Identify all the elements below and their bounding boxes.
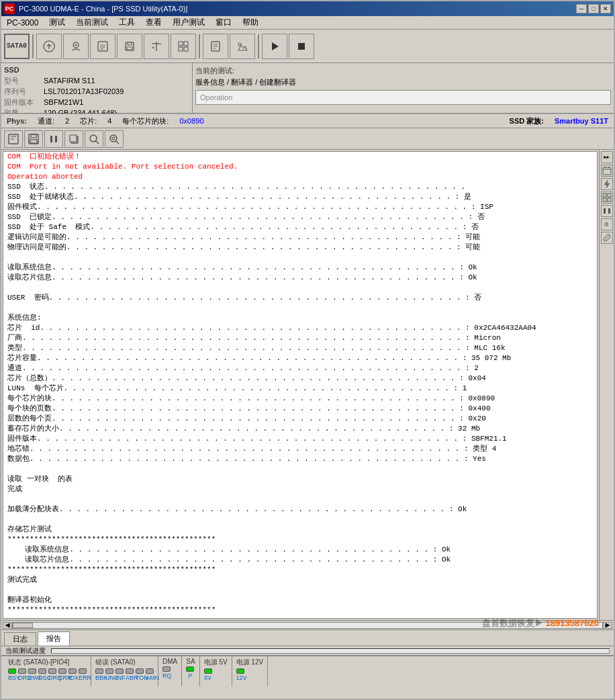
ssd-firmware-value: SBFM21W1 xyxy=(44,97,83,107)
sub-btn-copy[interactable] xyxy=(64,130,83,148)
status-error-leds xyxy=(95,668,154,674)
rs-btn-grid[interactable] xyxy=(601,191,613,204)
ssd-type-value: SATAFIRM S11 xyxy=(44,75,95,86)
tab-report[interactable]: 报告 xyxy=(38,631,70,646)
ssd-serial-row: 序列号 LSL7012017A13F02039 xyxy=(4,86,189,97)
svg-rect-30 xyxy=(604,208,606,214)
svg-rect-9 xyxy=(184,47,188,51)
sub-btn-new[interactable] xyxy=(4,130,23,148)
phys-family-value: Smartbuy S11T xyxy=(555,117,608,125)
output-wrapper: 已选家族. . . . . . . . . . . . . . . . . . … xyxy=(1,150,614,629)
output-row: 已选家族. . . . . . . . . . . . . . . . . . … xyxy=(1,150,614,620)
ssd-header: SSD xyxy=(4,66,189,74)
output-line xyxy=(7,515,593,525)
scroll-left-btn[interactable]: ◀ xyxy=(3,622,12,629)
status-section-sata: 状态 (SATA0)-[PIO4] BSY DRD D xyxy=(4,656,91,687)
scrollbar-thumb[interactable] xyxy=(13,623,33,628)
rs-btn-wrench[interactable] xyxy=(601,232,613,244)
phys-chips-value: 4 xyxy=(107,117,111,125)
toolbar-btn-6[interactable] xyxy=(171,34,196,59)
menu-view[interactable]: 查看 xyxy=(140,15,167,30)
toolbar-btn-3[interactable] xyxy=(90,34,115,59)
label-drq: DRQ xyxy=(48,674,56,681)
sub-btn-save[interactable] xyxy=(24,130,43,148)
status-sa-label: SA xyxy=(186,658,195,665)
sub-btn-pause[interactable] xyxy=(44,130,63,148)
menu-user-test[interactable]: 用户测试 xyxy=(167,15,210,30)
title-bar-controls: ─ □ ✕ xyxy=(576,4,611,13)
ssd-serial-label: 序列号 xyxy=(4,86,41,97)
output-line: 存储芯片测试 xyxy=(7,525,593,535)
menu-tools[interactable]: 工具 xyxy=(113,15,140,30)
output-line: 每个块的页数. . . . . . . . . . . . . . . . . … xyxy=(7,404,593,414)
output-line: 地芯错. . . . . . . . . . . . . . . . . . .… xyxy=(7,444,593,454)
led-rq xyxy=(162,666,171,672)
menu-test[interactable]: 测试 xyxy=(44,15,70,30)
menu-window[interactable]: 窗口 xyxy=(210,15,237,30)
rs-btn-settings[interactable]: ⚙ xyxy=(601,218,613,230)
ssd-firmware-label: 固件版本 xyxy=(4,97,41,107)
output-line: ****************************************… xyxy=(7,565,593,575)
output-line: 逻辑访问是可能的. . . . . . . . . . . . . . . . … xyxy=(7,232,593,243)
output-line: 完成 xyxy=(7,484,593,494)
output-line: Operation aborted xyxy=(7,172,593,182)
status-error-labels: BBK UNC INF ABR TON AMN xyxy=(95,674,154,681)
rs-btn-calendar[interactable] xyxy=(601,165,613,177)
scrollbar-track[interactable] xyxy=(12,622,603,629)
svg-point-22 xyxy=(90,135,97,142)
phys-channel-label: 通道: xyxy=(38,116,54,126)
output-area[interactable]: 已选家族. . . . . . . . . . . . . . . . . . … xyxy=(3,151,598,619)
menu-current-test[interactable]: 当前测试 xyxy=(70,15,113,30)
output-line: LUNs 每个芯片. . . . . . . . . . . . . . . .… xyxy=(7,384,593,394)
phys-channel-value: 2 xyxy=(65,117,69,125)
output-line: 芯片（总数）. . . . . . . . . . . . . . . . . … xyxy=(7,374,593,384)
menu-pc3000[interactable]: PC-3000 xyxy=(1,17,44,29)
toolbar: SATA0 xyxy=(1,30,614,63)
maximize-button[interactable]: □ xyxy=(588,4,599,13)
ssd-info-table: 型号 SATAFIRM S11 序列号 LSL7012017A13F02039 … xyxy=(4,75,189,118)
toolbar-btn-1[interactable] xyxy=(36,34,62,59)
progress-bar-area: 当前测试进度 xyxy=(1,646,614,655)
output-line xyxy=(7,464,593,474)
svg-marker-12 xyxy=(272,42,279,50)
status-dma-labels: RQ xyxy=(162,672,171,679)
toolbar-btn-4[interactable] xyxy=(117,34,142,59)
label-dsc: DSC xyxy=(38,674,46,681)
output-line: ****************************************… xyxy=(7,605,593,615)
current-test-breadcrumb: 服务信息 / 翻译器 / 创建翻译器 xyxy=(195,77,611,87)
toolbar-btn-8[interactable] xyxy=(230,34,255,59)
sub-btn-search[interactable] xyxy=(85,130,103,148)
toolbar-stop-btn[interactable] xyxy=(289,34,314,59)
status-12v-labels: 12V xyxy=(236,674,244,681)
sub-btn-filter[interactable] xyxy=(105,130,124,148)
output-line: USER 密码. . . . . . . . . . . . . . . . .… xyxy=(7,293,593,303)
minimize-button[interactable]: ─ xyxy=(576,4,587,13)
status-section-error: 错误 (SATA0) BBK UNC INF ABR TO xyxy=(91,656,158,687)
led-inf xyxy=(115,668,124,674)
output-line: ****************************************… xyxy=(7,535,593,545)
output-line: 物理访问是可能的. . . . . . . . . . . . . . . . … xyxy=(7,243,593,253)
label-err: ERR xyxy=(79,674,87,681)
horizontal-scrollbar[interactable]: ◀ ▶ xyxy=(1,620,614,629)
content-area: SSD 型号 SATAFIRM S11 序列号 LSL7012017A13F02… xyxy=(1,63,614,699)
svg-rect-21 xyxy=(70,135,77,142)
rs-btn-lightning[interactable] xyxy=(601,178,613,190)
close-button[interactable]: ✕ xyxy=(600,4,611,13)
toolbar-btn-5[interactable] xyxy=(144,34,169,59)
status-error-label: 错误 (SATA0) xyxy=(95,658,136,667)
toolbar-play-btn[interactable] xyxy=(262,34,287,59)
top-panels: SSD 型号 SATAFIRM S11 序列号 LSL7012017A13F02… xyxy=(1,63,614,114)
label-abr: ABR xyxy=(126,674,134,681)
status-section-5v: 电源 5V 5V xyxy=(200,656,232,687)
toolbar-btn-7[interactable] xyxy=(203,34,228,59)
progress-track xyxy=(51,648,610,654)
rs-btn-pause2[interactable] xyxy=(601,205,613,217)
led-ton xyxy=(136,668,144,674)
label-inf: INF xyxy=(115,674,124,681)
rs-btn-1[interactable]: ▶▶ xyxy=(601,151,613,163)
output-line: 蓄存芯片的大小. . . . . . . . . . . . . . . . .… xyxy=(7,424,593,434)
menu-help[interactable]: 帮助 xyxy=(237,15,264,30)
toolbar-btn-2[interactable] xyxy=(63,34,89,59)
tab-log[interactable]: 日志 xyxy=(4,632,36,646)
scroll-right-btn[interactable]: ▶ xyxy=(603,622,612,629)
